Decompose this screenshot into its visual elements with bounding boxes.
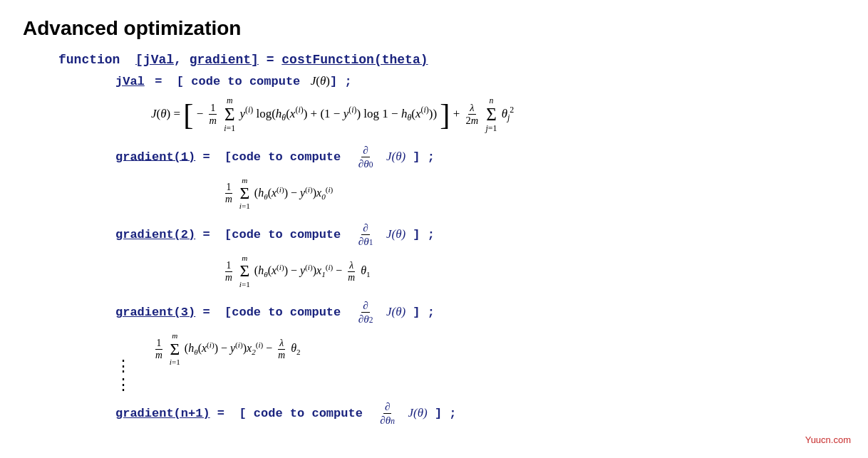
gradient2-math: 1 m m Σ i=1 (hθ(x(i)) − y(i))x1(i) − λ m… — [222, 254, 845, 289]
gradient1-line: gradient(1) = [code to compute ∂ ∂θ0 J(θ… — [115, 144, 845, 170]
function-signature: [jVal, gradient] = costFunction(theta) — [135, 53, 428, 67]
page-title: Advanced optimization — [23, 17, 845, 40]
gradient3-math: 1 m m Σ i=1 (hθ(x(i)) − y(i))x2(i) − λ m… — [153, 331, 301, 367]
jtheta-formula: J(θ) = [ − 1 m m Σ i=1 y(i) log(hθ(x(i))… — [151, 95, 845, 134]
gradient1-math: 1 m m Σ i=1 (hθ(x(i)) − y(i))x0(i) — [222, 176, 845, 212]
gradient3-line: gradient(3) = [code to compute ∂ ∂θ2 J(θ… — [115, 299, 845, 326]
watermark: Yuucn.com — [805, 434, 851, 445]
gradient3-vdots-row: ⋮ ⋮ 1 m m Σ i=1 (hθ(x(i)) − y(i))x2(i) −… — [115, 331, 845, 393]
gradient2-line: gradient(2) = [code to compute ∂ ∂θ1 J(θ… — [115, 222, 845, 248]
gradient-n1-line: gradient(n+1) = [ code to compute ∂ ∂θn … — [115, 400, 845, 427]
function-keyword: function — [58, 53, 120, 67]
jval-line: jVal = [ code to compute J(θ)] ; — [115, 74, 845, 88]
vdots: ⋮ ⋮ — [115, 351, 131, 393]
function-line: function [jVal, gradient] = costFunction… — [58, 53, 845, 67]
